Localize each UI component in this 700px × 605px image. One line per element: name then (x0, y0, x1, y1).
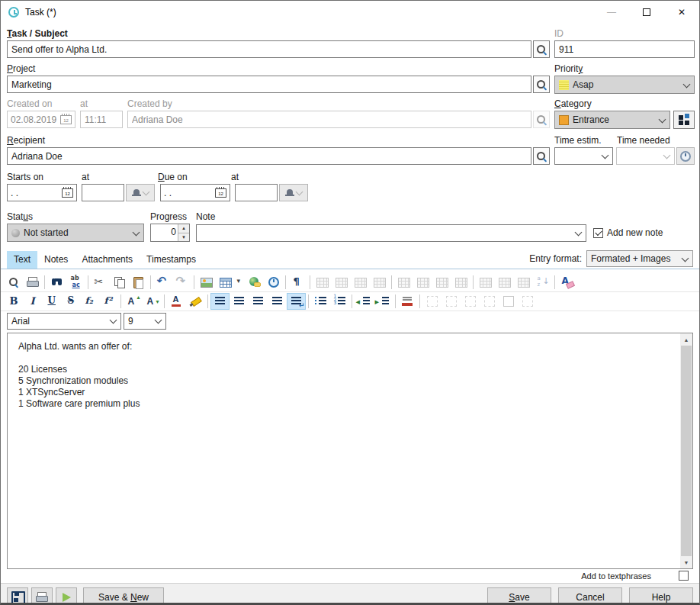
status-dropdown[interactable]: Not started (7, 224, 144, 242)
cut-button[interactable] (91, 274, 110, 291)
wrap-return-button[interactable] (287, 293, 306, 310)
entry-format-dropdown[interactable]: Formated + Images (586, 250, 693, 267)
copy-button[interactable] (110, 274, 129, 291)
created-by-input (127, 111, 531, 128)
italic-button[interactable] (23, 293, 42, 310)
add-new-note-checkbox[interactable] (593, 228, 603, 238)
superscript-button[interactable] (99, 293, 118, 310)
highlight-button[interactable] (186, 293, 205, 310)
decrease-indent-button[interactable] (355, 293, 374, 310)
clear-formatting-icon (560, 275, 574, 289)
editor-text[interactable]: Alpha Ltd. wants an offer of: 20 License… (8, 333, 679, 568)
entry-format-label: Entry format: (529, 253, 582, 264)
save-button[interactable]: Save (487, 587, 551, 605)
save-icon-button[interactable] (7, 587, 28, 605)
bold-button[interactable] (4, 293, 23, 310)
status-icon (11, 229, 20, 237)
tab-text[interactable]: Text (7, 251, 37, 269)
strikethrough-button[interactable] (61, 293, 80, 310)
close-button[interactable]: ✕ (664, 1, 699, 24)
font-color-button[interactable] (167, 293, 186, 310)
help-button[interactable]: Help (629, 587, 693, 605)
chevron-down-icon (682, 256, 689, 262)
print-preview-button[interactable] (4, 274, 23, 291)
recipient-input[interactable] (7, 147, 531, 165)
editor-scrollbar[interactable]: ▲ ▼ (680, 333, 692, 568)
insert-table-button[interactable] (216, 274, 235, 291)
align-right-button[interactable] (249, 293, 268, 310)
scroll-up-icon[interactable]: ▲ (680, 333, 692, 346)
insert-row-above-icon (354, 275, 368, 289)
print-icon-button[interactable] (31, 587, 53, 605)
table-dropdown-button[interactable] (235, 274, 245, 291)
separator (88, 275, 88, 289)
undo-button[interactable] (153, 274, 172, 291)
replace-button[interactable] (66, 274, 85, 291)
search-icon (535, 150, 548, 163)
find-button[interactable] (47, 274, 66, 291)
bullet-list-button[interactable] (311, 293, 330, 310)
horizontal-rule-button[interactable] (398, 293, 417, 310)
bottom-bar: Save & New Save Cancel Help (1, 583, 699, 605)
maximize-button[interactable] (629, 1, 664, 24)
task-clock-icon (8, 7, 19, 18)
underline-button[interactable] (42, 293, 61, 310)
scrollbar-thumb[interactable] (681, 346, 692, 556)
cancel-button[interactable]: Cancel (558, 587, 622, 605)
align-left-button[interactable] (210, 293, 230, 310)
tab-attachments[interactable]: Attachments (75, 251, 140, 269)
insert-hyperlink-button[interactable] (245, 274, 264, 291)
clear-formatting-button[interactable] (557, 274, 576, 291)
task-subject-input[interactable] (7, 40, 531, 58)
starts-on-input[interactable]: . . (7, 184, 77, 201)
id-input[interactable] (554, 40, 695, 58)
run-button[interactable] (56, 587, 77, 605)
grow-font-button[interactable] (124, 293, 143, 310)
time-estim-dropdown[interactable] (554, 147, 613, 165)
justify-button[interactable] (268, 293, 287, 310)
category-dropdown[interactable]: Entrance (554, 111, 670, 129)
insert-image-button[interactable] (197, 274, 216, 291)
add-new-note-label: Add new note (607, 227, 663, 238)
due-on-input[interactable]: . . (160, 184, 230, 201)
sort-az-icon (536, 275, 550, 289)
label-accel: P (7, 63, 13, 74)
numbered-list-button[interactable] (330, 293, 349, 310)
font-size-value: 9 (128, 316, 151, 327)
scroll-down-icon[interactable]: ▼ (680, 556, 692, 568)
project-input[interactable] (7, 76, 531, 93)
label-part: ategory (561, 98, 592, 109)
category-picker-button[interactable] (673, 111, 695, 129)
font-size-dropdown[interactable]: 9 (124, 313, 166, 330)
task-subject-search-button[interactable] (533, 40, 550, 58)
time-needed-label: Time needed (617, 135, 670, 146)
due-at-input[interactable] (235, 184, 278, 201)
add-to-textphrases-checkbox[interactable] (679, 571, 689, 581)
shrink-font-button[interactable] (143, 293, 162, 310)
print-button[interactable] (23, 274, 42, 291)
project-search-button[interactable] (533, 76, 550, 93)
tab-notes[interactable]: Notes (37, 251, 75, 269)
insert-time-button[interactable] (264, 274, 283, 291)
paste-button[interactable] (129, 274, 148, 291)
recipient-search-button[interactable] (533, 147, 550, 165)
tab-timestamps[interactable]: Timestamps (140, 251, 203, 269)
font-family-dropdown[interactable]: Arial (7, 313, 121, 330)
text-editor[interactable]: Alpha Ltd. wants an offer of: 20 License… (7, 333, 693, 569)
align-center-button[interactable] (230, 293, 249, 310)
pilcrow-button[interactable] (288, 274, 307, 291)
add-new-note-option[interactable]: Add new note (593, 227, 663, 238)
increase-indent-button[interactable] (374, 293, 393, 310)
insert-image-icon (200, 275, 214, 289)
save-and-new-button[interactable]: Save & New (83, 587, 164, 605)
progress-spinner[interactable]: 0 ▲▼ (150, 224, 190, 242)
label-accel: D (158, 172, 165, 182)
border-box-1-button (422, 293, 442, 310)
spinner-up-button[interactable]: ▲ (178, 224, 189, 233)
subscript-button[interactable] (80, 293, 99, 310)
priority-dropdown[interactable]: Asap (554, 76, 695, 94)
separator (164, 294, 165, 308)
starts-at-input[interactable] (82, 184, 124, 201)
spinner-down-button[interactable]: ▼ (178, 233, 189, 242)
note-dropdown[interactable] (196, 224, 586, 242)
